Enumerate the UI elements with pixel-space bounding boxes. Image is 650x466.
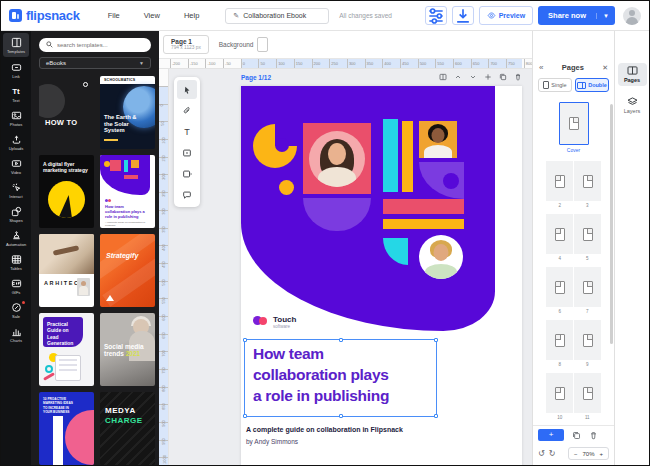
rail-item-photos[interactable]: Photos xyxy=(1,106,31,130)
byline-text[interactable]: by Andy Simmons xyxy=(246,438,298,445)
select-tool[interactable] xyxy=(177,80,197,99)
page-thumb-cover[interactable]: Cover xyxy=(533,102,614,153)
tab-page-1[interactable]: Page 1 794 x 1123 px xyxy=(163,35,209,53)
shapes-tool[interactable] xyxy=(177,164,197,183)
page-indicator[interactable]: Page 1/12 xyxy=(241,74,271,81)
download-icon xyxy=(453,6,473,26)
template-team-collaboration[interactable]: How team collaboration plays a role in p… xyxy=(100,155,155,228)
architect-photo xyxy=(39,234,94,274)
rail-item-text[interactable]: Tt Text xyxy=(1,82,31,106)
document-title-input[interactable] xyxy=(243,12,321,19)
page-thumb-pair-10-11[interactable]: 1011 xyxy=(533,373,614,420)
template-lead-generation-guide[interactable]: Practical Guide on Lead Generation xyxy=(39,313,94,386)
redo-button[interactable]: ↻ xyxy=(549,449,556,458)
customize-button[interactable] xyxy=(425,6,447,25)
rail-item-automation[interactable]: Automation xyxy=(1,226,31,250)
rail-item-pages[interactable]: Pages xyxy=(618,63,647,86)
page-layout-icon[interactable] xyxy=(439,73,447,81)
horizontal-ruler: -200-150-100-500501001502002503003504004… xyxy=(159,59,532,69)
rail-item-tables[interactable]: Tables xyxy=(1,250,31,274)
rail-item-sale[interactable]: Sale xyxy=(1,298,31,322)
zoom-out-button[interactable]: − xyxy=(574,451,578,457)
download-button[interactable] xyxy=(452,6,474,25)
move-page-up-icon[interactable] xyxy=(454,73,462,81)
menu-file[interactable]: File xyxy=(108,11,120,20)
menu-help[interactable]: Help xyxy=(184,11,199,20)
undo-button[interactable]: ↺ xyxy=(538,449,545,458)
image-tool[interactable] xyxy=(177,143,197,162)
yellow-horizontal-bar[interactable] xyxy=(383,219,464,229)
document-title-box[interactable]: ✎ xyxy=(225,8,329,24)
yellow-bar-shape[interactable] xyxy=(402,121,413,192)
pink-horizontal-bar[interactable] xyxy=(383,199,464,214)
rail-item-video[interactable]: Video xyxy=(1,154,31,178)
page-thumb-pair-8-9[interactable]: 89 xyxy=(533,320,614,367)
selection-handle[interactable] xyxy=(339,414,343,418)
text-tool[interactable]: T xyxy=(177,122,197,141)
background-color-swatch[interactable] xyxy=(257,37,268,52)
attach-tool[interactable] xyxy=(177,101,197,120)
template-social-media-trends[interactable]: Social mediatrends 2021 xyxy=(100,313,155,386)
rail-item-templates[interactable]: Templates xyxy=(3,33,29,57)
yellow-pacman-shape[interactable] xyxy=(253,124,297,168)
pages-panel-title: Pages xyxy=(543,63,602,72)
template-strategify[interactable]: Strategify xyxy=(100,234,155,307)
selection-handle[interactable] xyxy=(434,338,438,342)
template-arhitect[interactable]: ARHITECT xyxy=(39,234,94,307)
tab-background[interactable]: Background xyxy=(215,35,273,54)
subtitle-text[interactable]: A complete guide on collaboration in Fli… xyxy=(246,426,403,433)
design-page[interactable]: Touch software How team collaboration pl… xyxy=(241,86,522,465)
eye-icon xyxy=(487,11,496,20)
page-thumb-pair-4-5[interactable]: 45 xyxy=(533,214,614,261)
yellow-circle-shape[interactable] xyxy=(279,180,294,195)
user-avatar[interactable] xyxy=(623,7,641,25)
template-marketing-strategy-flyer[interactable]: A digital flyer marketing strategy xyxy=(39,155,94,228)
flipsnack-logo[interactable]: flipsnack xyxy=(9,8,80,23)
cyan-bar-shape[interactable] xyxy=(383,119,398,192)
selection-handle[interactable] xyxy=(243,338,247,342)
zoom-in-button[interactable]: + xyxy=(599,451,603,457)
page-thumb-pair-2-3[interactable]: 23 xyxy=(533,161,614,208)
selection-handle[interactable] xyxy=(243,414,247,418)
template-proactive-marketing-ideas[interactable]: 10 PROACTIVE MARKETING IDEAS TO INCREASE… xyxy=(39,392,94,465)
duplicate-page-icon[interactable] xyxy=(499,73,507,81)
template-search-box[interactable] xyxy=(39,38,151,52)
move-page-down-icon[interactable] xyxy=(469,73,477,81)
share-now-button[interactable]: Share now ▼ xyxy=(538,6,615,25)
share-dropdown-caret[interactable]: ▼ xyxy=(596,13,615,19)
single-view-button[interactable]: Single xyxy=(538,78,572,92)
delete-pages-icon[interactable] xyxy=(589,431,598,440)
menu-view[interactable]: View xyxy=(144,11,160,20)
double-view-button[interactable]: Double xyxy=(575,78,609,92)
pages-scrollbar[interactable] xyxy=(610,104,613,344)
template-category-dropdown[interactable]: eBooks ▼ xyxy=(39,57,151,69)
template-search-input[interactable] xyxy=(57,42,144,48)
template-title-bottom: CHARGE xyxy=(105,416,143,425)
selection-handle[interactable] xyxy=(339,338,343,342)
heading-text-selected[interactable]: How team collaboration plays a role in p… xyxy=(244,339,437,417)
pink-square-photo-frame[interactable] xyxy=(303,123,371,194)
rail-item-interact[interactable]: Interact xyxy=(1,178,31,202)
rail-item-shapes[interactable]: Shapes xyxy=(1,202,31,226)
rail-item-layers[interactable]: Layers xyxy=(618,94,647,117)
rail-item-charts[interactable]: Charts xyxy=(1,322,31,346)
close-panel-icon[interactable]: ✕ xyxy=(602,64,608,72)
template-howto[interactable]: HOW TO xyxy=(39,76,94,149)
duplicate-pages-icon[interactable] xyxy=(572,431,581,440)
delete-page-icon[interactable] xyxy=(514,73,522,81)
template-medya-charge[interactable]: MEDYA CHARGE xyxy=(100,392,155,465)
rail-item-gifs[interactable]: GIFs xyxy=(1,274,31,298)
selection-handle[interactable] xyxy=(434,414,438,418)
comment-tool[interactable] xyxy=(177,185,197,204)
man-photo-circle[interactable] xyxy=(419,235,463,279)
page-thumb-pair-6-7[interactable]: 67 xyxy=(533,267,614,314)
add-page-icon[interactable] xyxy=(484,73,492,81)
rail-item-uploads[interactable]: Uploads xyxy=(1,130,31,154)
preview-button[interactable]: Preview xyxy=(479,6,533,25)
man-photo-orange[interactable] xyxy=(419,121,457,158)
rail-item-link[interactable]: Link xyxy=(1,58,31,82)
add-page-button[interactable]: + xyxy=(538,429,564,441)
template-earth-solar-system[interactable]: SCHOOLMATICS The Earth & the Solar Syste… xyxy=(100,76,155,149)
template-brand: SCHOOLMATICS xyxy=(100,76,155,84)
canvas-stage[interactable]: T Page 1/12 xyxy=(169,69,532,465)
